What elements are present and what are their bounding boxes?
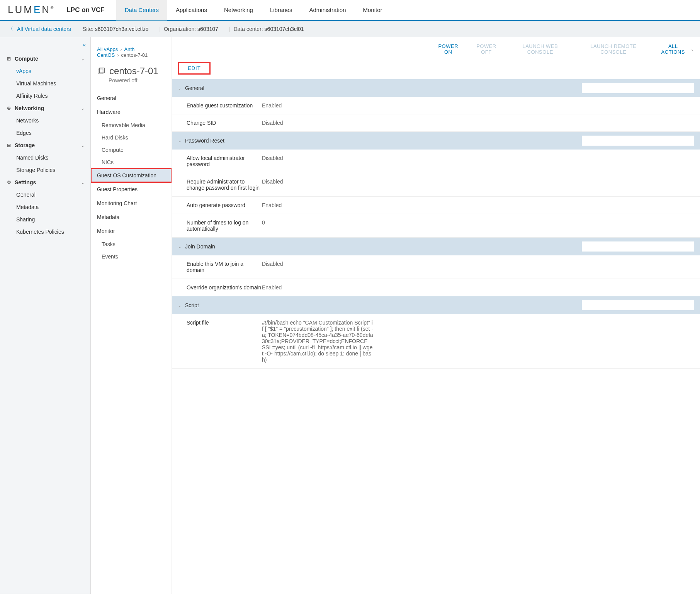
svg-rect-1 xyxy=(99,68,104,73)
nav-item-virtual-machines[interactable]: Virtual Machines xyxy=(0,77,90,90)
property-value: #!/bin/bash echo "CAM Customization Scri… xyxy=(262,320,374,363)
section-link-guest-os-customization[interactable]: Guest OS Customization xyxy=(91,168,172,182)
nav-item-data-centers[interactable]: Data Centers xyxy=(116,0,167,20)
nav-item-administration[interactable]: Administration xyxy=(301,0,354,20)
section-header-general[interactable]: ⌄General xyxy=(172,79,700,97)
nav-group-networking[interactable]: ⊕Networking⌄ xyxy=(0,102,90,114)
nav-item-edges[interactable]: Edges xyxy=(0,127,90,139)
section-header-script[interactable]: ⌄Script xyxy=(172,296,700,314)
nav-group-settings[interactable]: ⚙Settings⌄ xyxy=(0,176,90,189)
section-filter-input[interactable] xyxy=(582,83,694,93)
property-row: Enable this VM to join a domainDisabled xyxy=(172,255,700,279)
nav-item-sharing[interactable]: Sharing xyxy=(0,213,90,226)
action-power-off: POWER OFF xyxy=(471,43,501,55)
nav-group-compute[interactable]: ⊞Compute⌄ xyxy=(0,53,90,65)
chevron-down-icon: ⌄ xyxy=(178,86,181,90)
property-row: Change SIDDisabled xyxy=(172,114,700,132)
chevron-down-icon: ⌄ xyxy=(691,47,694,51)
section-link-guest-properties[interactable]: Guest Properties xyxy=(91,182,172,196)
action-launch-remote-console: LAUNCH REMOTE CONSOLE xyxy=(579,43,648,55)
nav-item-monitor[interactable]: Monitor xyxy=(355,0,391,20)
property-value: Disabled xyxy=(262,261,283,273)
property-value: Disabled xyxy=(262,178,283,191)
section-filter-input[interactable] xyxy=(582,300,694,310)
section-title: General xyxy=(185,85,204,91)
section-header-password-reset[interactable]: ⌄Password Reset xyxy=(172,132,700,150)
property-label: Script file xyxy=(187,320,262,363)
property-row: Number of times to log on automatically0 xyxy=(172,214,700,238)
section-link-events[interactable]: Events xyxy=(91,250,172,263)
globe-icon: ⊕ xyxy=(6,105,12,111)
back-link[interactable]: 〈 All Virtual data centers xyxy=(8,26,71,32)
sidebar-left: « ⊞Compute⌄vAppsVirtual MachinesAffinity… xyxy=(0,37,91,594)
back-label: All Virtual data centers xyxy=(17,26,71,32)
section-link-monitoring-chart[interactable]: Monitoring Chart xyxy=(91,196,172,210)
vm-status: Powered off xyxy=(109,77,165,83)
section-link-nics[interactable]: NICs xyxy=(91,156,172,168)
action-launch-web-console: LAUNCH WEB CONSOLE xyxy=(511,43,570,55)
nav-item-named-disks[interactable]: Named Disks xyxy=(0,151,90,164)
property-value: Enabled xyxy=(262,202,282,208)
property-label: Require Administrator to change password… xyxy=(187,178,262,191)
section-title: Script xyxy=(185,302,199,308)
property-label: Allow local administrator password xyxy=(187,155,262,167)
vm-name: centos-7-01 xyxy=(109,66,158,76)
property-value: Enabled xyxy=(262,284,282,291)
breadcrumb-item[interactable]: All vApps xyxy=(97,46,118,52)
property-value: Disabled xyxy=(262,120,283,126)
property-label: Enable this VM to join a domain xyxy=(187,261,262,273)
chevron-down-icon: ⌄ xyxy=(81,143,84,148)
chevron-down-icon: ⌄ xyxy=(178,303,181,308)
grid-icon: ⊞ xyxy=(6,56,12,61)
property-value: Disabled xyxy=(262,155,283,167)
nav-item-libraries[interactable]: Libraries xyxy=(262,0,301,20)
nav-item-vapps[interactable]: vApps xyxy=(0,65,90,77)
section-link-removable-media[interactable]: Removable Media xyxy=(91,119,172,131)
property-label: Number of times to log on automatically xyxy=(187,219,262,232)
nav-group-storage[interactable]: ⊟Storage⌄ xyxy=(0,139,90,151)
product-title: LPC on VCF xyxy=(66,6,104,14)
property-value: 0 xyxy=(262,219,265,232)
all-actions-dropdown[interactable]: ALL ACTIONS ⌄ xyxy=(657,43,694,55)
nav-item-networking[interactable]: Networking xyxy=(216,0,262,20)
collapse-sidebar-icon[interactable]: « xyxy=(83,42,86,48)
property-row: Override organization's domainEnabled xyxy=(172,279,700,296)
nav-item-general[interactable]: General xyxy=(0,189,90,201)
chevron-down-icon: ⌄ xyxy=(178,245,181,249)
section-link-metadata[interactable]: Metadata xyxy=(91,210,172,224)
context-site: Site: s603107ch3a.vcf.ctl.io xyxy=(83,26,148,32)
property-row: Require Administrator to change password… xyxy=(172,173,700,197)
nav-item-metadata[interactable]: Metadata xyxy=(0,201,90,213)
context-org: Organization: s603107 xyxy=(164,26,218,32)
nav-item-affinity-rules[interactable]: Affinity Rules xyxy=(0,90,90,102)
section-link-hard-disks[interactable]: Hard Disks xyxy=(91,131,172,144)
section-link-monitor[interactable]: Monitor xyxy=(91,224,172,238)
nav-item-kubernetes-policies[interactable]: Kubernetes Policies xyxy=(0,226,90,238)
sidebar-mid: All vApps›Anth CentOS›centos-7-01 centos… xyxy=(91,37,172,594)
edit-button[interactable]: EDIT xyxy=(178,62,211,75)
section-link-general[interactable]: General xyxy=(91,91,172,105)
gear-icon: ⚙ xyxy=(6,180,12,185)
actions-bar: POWER ONPOWER OFFLAUNCH WEB CONSOLELAUNC… xyxy=(435,43,694,55)
section-filter-input[interactable] xyxy=(582,241,694,252)
property-row: Auto generate passwordEnabled xyxy=(172,197,700,214)
breadcrumb-item: centos-7-01 xyxy=(121,52,148,58)
nav-item-networks[interactable]: Networks xyxy=(0,114,90,127)
nav-item-storage-policies[interactable]: Storage Policies xyxy=(0,164,90,176)
property-label: Change SID xyxy=(187,120,262,126)
property-row: Allow local administrator passwordDisabl… xyxy=(172,150,700,173)
property-value: Enabled xyxy=(262,102,282,109)
nav-item-applications[interactable]: Applications xyxy=(167,0,216,20)
logo: LUMEN® xyxy=(8,4,55,16)
section-filter-input[interactable] xyxy=(582,136,694,146)
section-link-compute[interactable]: Compute xyxy=(91,144,172,156)
context-dc: Data center: s603107ch3cl01 xyxy=(233,26,304,32)
property-row: Script file#!/bin/bash echo "CAM Customi… xyxy=(172,314,700,369)
section-link-hardware[interactable]: Hardware xyxy=(91,105,172,119)
db-icon: ⊟ xyxy=(6,143,12,148)
chevron-down-icon: ⌄ xyxy=(81,106,84,110)
section-title: Password Reset xyxy=(185,138,224,144)
action-power-on[interactable]: POWER ON xyxy=(435,43,462,55)
section-header-join-domain[interactable]: ⌄Join Domain xyxy=(172,238,700,255)
section-link-tasks[interactable]: Tasks xyxy=(91,238,172,250)
